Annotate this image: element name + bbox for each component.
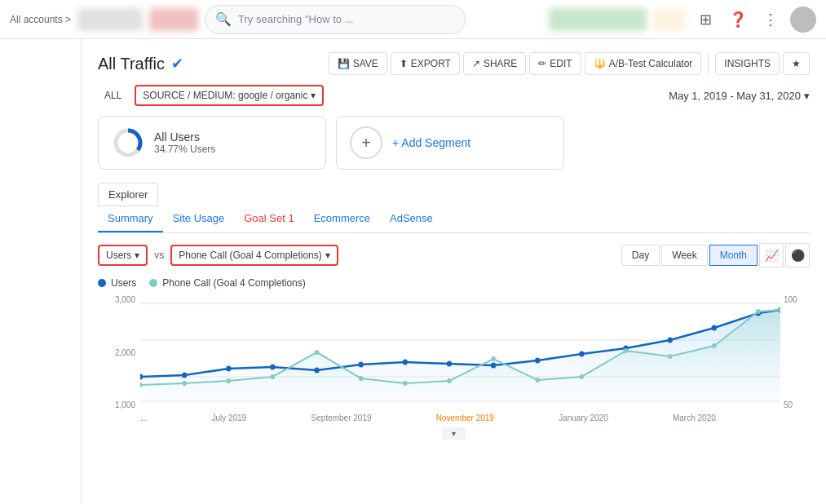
legend-dot-users	[98, 279, 106, 287]
edit-button[interactable]: ✏ EDIT	[529, 52, 581, 75]
chart-svg	[140, 295, 780, 409]
chart-container: 3,000 2,000 1,000 100 50	[98, 295, 810, 426]
scatter-chart-btn[interactable]: ⚫	[785, 243, 810, 267]
filter-source-medium[interactable]: SOURCE / MEDIUM: google / organic ▾	[135, 85, 324, 106]
help-icon-btn[interactable]: ❓	[725, 7, 751, 33]
vs-label: vs	[154, 250, 164, 261]
explorer-tab-row: Explorer	[98, 183, 810, 206]
subtabs: Summary Site Usage Goal Set 1 Ecommerce …	[98, 206, 810, 233]
subtab-ecommerce[interactable]: Ecommerce	[304, 206, 380, 232]
segment-card-all-users[interactable]: All Users 34.77% Users	[98, 116, 326, 170]
x-label-start: ...	[140, 413, 147, 422]
metric1-select[interactable]: Users ▾	[98, 245, 148, 266]
nav-blur-2	[149, 8, 198, 31]
top-nav: All accounts > 🔍 Try searching "How to .…	[0, 0, 826, 39]
metric2-dropdown-icon: ▾	[325, 250, 330, 261]
grid-icon-btn[interactable]: ⊞	[692, 7, 718, 33]
svg-point-7	[182, 373, 187, 378]
metric2-select[interactable]: Phone Call (Goal 4 Completions) ▾	[170, 245, 338, 266]
svg-point-36	[756, 309, 760, 314]
segment-area: All Users 34.77% Users + + Add Segment	[98, 116, 810, 170]
subtab-site-usage[interactable]: Site Usage	[163, 206, 235, 232]
search-placeholder: Try searching "How to ...	[238, 13, 353, 25]
x-label-nov: November 2019	[436, 413, 494, 422]
metric1-label: Users	[106, 250, 131, 261]
svg-point-29	[447, 378, 451, 383]
svg-point-24	[227, 378, 231, 383]
accounts-arrow: >	[65, 14, 71, 25]
x-label-july: July 2019	[212, 413, 247, 422]
y-left-2000: 2,000	[98, 348, 135, 357]
segment-sub: 34.77% Users	[154, 144, 215, 155]
ab-test-button[interactable]: 🔱 A/B-Test Calculator	[585, 52, 702, 75]
svg-point-30	[491, 356, 495, 361]
legend-users-label: Users	[111, 277, 136, 289]
date-range[interactable]: May 1, 2019 - May 31, 2020 ▾	[669, 90, 810, 102]
filter-all-button[interactable]: ALL	[98, 86, 128, 104]
avatar[interactable]	[790, 7, 816, 33]
scroll-indicator: ▾	[98, 427, 810, 440]
svg-point-9	[270, 365, 275, 370]
segment-name: All Users	[154, 130, 215, 144]
nav-blur-4	[653, 8, 686, 31]
star-button[interactable]: ★	[783, 52, 810, 75]
add-segment-card[interactable]: + + Add Segment	[336, 116, 564, 170]
export-button[interactable]: ⬆ EXPORT	[391, 52, 460, 75]
metric2-label: Phone Call (Goal 4 Completions)	[179, 250, 321, 261]
day-button[interactable]: Day	[621, 245, 660, 266]
y-left-1000: 1,000	[98, 400, 135, 409]
check-icon: ✔	[171, 55, 183, 73]
save-button[interactable]: 💾 SAVE	[329, 52, 387, 75]
share-button[interactable]: ↗ SHARE	[463, 52, 526, 75]
filter-dropdown-icon: ▾	[311, 90, 316, 101]
nav-right: ⊞ ❓ ⋮	[549, 7, 816, 33]
add-segment-label: + Add Segment	[392, 136, 470, 149]
svg-point-31	[536, 378, 540, 382]
date-range-label: May 1, 2019 - May 31, 2020	[669, 90, 801, 102]
svg-point-23	[182, 381, 186, 386]
svg-point-18	[667, 338, 672, 343]
line-chart-btn[interactable]: 📈	[759, 243, 784, 267]
month-button[interactable]: Month	[709, 245, 758, 266]
page-title-area: All Traffic ✔	[98, 55, 183, 73]
svg-point-11	[359, 362, 364, 368]
accounts-link[interactable]: All accounts >	[10, 14, 71, 25]
chart-controls: Users ▾ vs Phone Call (Goal 4 Completion…	[98, 243, 810, 267]
y-axis-left: 3,000 2,000 1,000	[98, 295, 139, 409]
svg-point-33	[624, 348, 628, 353]
svg-point-35	[712, 343, 716, 348]
insights-button[interactable]: INSIGHTS	[715, 52, 780, 75]
scroll-button[interactable]: ▾	[442, 427, 466, 440]
subtab-summary[interactable]: Summary	[98, 206, 163, 232]
add-circle-icon: +	[350, 126, 382, 159]
explorer-tab[interactable]: Explorer	[98, 183, 158, 206]
accounts-label: All accounts	[10, 14, 63, 25]
week-button[interactable]: Week	[661, 245, 707, 266]
subtab-adsense[interactable]: AdSense	[380, 206, 443, 232]
legend-phone-call: Phone Call (Goal 4 Completions)	[149, 277, 305, 289]
svg-point-34	[668, 354, 672, 359]
nav-blur-1	[77, 8, 143, 31]
svg-point-19	[712, 325, 717, 331]
segment-donut	[112, 126, 144, 159]
search-icon: 🔍	[215, 11, 232, 27]
svg-point-13	[447, 361, 452, 367]
filter-source-medium-label: SOURCE / MEDIUM: google / organic	[143, 90, 307, 101]
chart-legend: Users Phone Call (Goal 4 Completions)	[98, 277, 810, 289]
subtab-goal-set[interactable]: Goal Set 1	[234, 206, 303, 232]
filter-left: ALL SOURCE / MEDIUM: google / organic ▾	[98, 85, 324, 106]
y-right-100: 100	[784, 295, 810, 304]
svg-point-8	[226, 366, 231, 372]
period-buttons: Day Week Month 📈 ⚫	[621, 243, 810, 267]
filter-bar: ALL SOURCE / MEDIUM: google / organic ▾ …	[98, 85, 810, 106]
nav-blur-3	[549, 8, 647, 31]
x-label-sept: September 2019	[311, 413, 372, 422]
svg-point-10	[314, 368, 319, 374]
legend-users: Users	[98, 277, 136, 289]
more-icon-btn[interactable]: ⋮	[758, 7, 784, 33]
svg-point-28	[403, 381, 407, 386]
svg-point-32	[580, 374, 584, 379]
legend-phone-call-label: Phone Call (Goal 4 Completions)	[162, 277, 305, 289]
date-range-icon: ▾	[804, 90, 810, 102]
search-bar[interactable]: 🔍 Try searching "How to ...	[205, 5, 466, 34]
